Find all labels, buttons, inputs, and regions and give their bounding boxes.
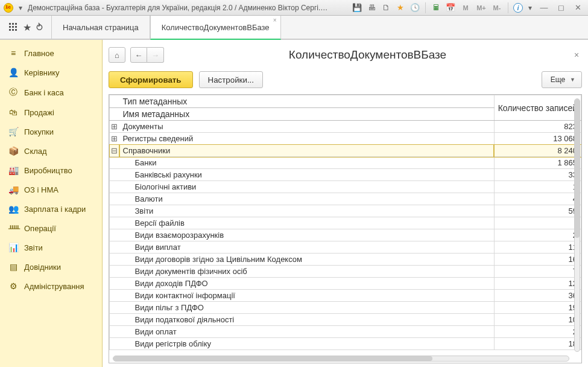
data-row[interactable]: Види регістрів обліку18 [110, 338, 581, 350]
row-name: Види контактної інформації [119, 290, 495, 302]
sidebar-item-stock[interactable]: 📦Склад [0, 141, 102, 161]
row-qty: 36 [494, 290, 581, 302]
minimize-button[interactable]: — [537, 2, 551, 13]
expand-toggle[interactable]: ⊞ [110, 133, 119, 145]
factory-icon: 🏭 [8, 165, 18, 175]
preview-icon[interactable]: 🗋 [381, 2, 391, 13]
sidebar-item-production[interactable]: 🏭Виробництво [0, 161, 102, 180]
sidebar-item-hr[interactable]: 👥Зарплата і кадри [0, 199, 102, 219]
memory-mminus-button[interactable]: M- [491, 2, 503, 13]
sidebar-item-label: Адміністрування [24, 282, 84, 291]
sidebar-item-admin[interactable]: ⚙Адміністрування [0, 276, 102, 296]
row-name: Валюти [119, 193, 495, 205]
row-name: Види пільг з ПДФО [119, 302, 495, 314]
scrollbar-thumb[interactable] [575, 99, 580, 238]
row-name: Види документів фізичних осіб [119, 266, 495, 278]
sidebar-item-operations[interactable]: ᚊОперації [0, 219, 102, 238]
person-icon: 👤 [8, 68, 18, 77]
tab-doc-count[interactable]: КоличествоДокументовВБазе × [150, 16, 281, 40]
info-dropdown[interactable]: ▾ [526, 4, 534, 11]
data-row[interactable]: Види оплат2 [110, 326, 581, 338]
memory-m-button[interactable]: M [460, 2, 472, 13]
tab-close-icon[interactable]: × [273, 17, 277, 24]
sidebar-item-reports[interactable]: 📊Звіти [0, 238, 102, 257]
data-row[interactable]: Види взаєморозрахунків2 [110, 229, 581, 241]
sidebar-item-label: ОЗ і НМА [24, 185, 58, 194]
data-row[interactable]: Види пільг з ПДФО19 [110, 302, 581, 314]
group-row[interactable]: ⊞Регистры сведений13 068 [110, 133, 581, 145]
home-button[interactable]: ⌂ [109, 47, 125, 63]
data-row[interactable]: Біологічні активи1 [110, 181, 581, 193]
scrollbar-thumb[interactable] [113, 356, 432, 361]
truck-icon: 🚚 [8, 185, 18, 194]
data-row[interactable]: Банківські рахунки33 [110, 169, 581, 181]
horizontal-scrollbar[interactable] [113, 356, 569, 362]
history-icon[interactable]: 🕓 [409, 2, 420, 13]
favorite-icon[interactable]: ★ [395, 2, 406, 13]
forward-button[interactable]: → [147, 47, 164, 63]
group-name: Документы [119, 121, 495, 133]
data-row[interactable]: Види виплат11 [110, 241, 581, 254]
expand-spacer [110, 181, 119, 193]
group-row[interactable]: ⊟Справочники8 240 [110, 145, 581, 157]
result-grid[interactable]: Тип метаданных Количество записей Имя ме… [109, 95, 581, 350]
sidebar-item-manager[interactable]: 👤Керівнику [0, 63, 102, 82]
sidebar-item-main[interactable]: ≡Главное [0, 43, 102, 63]
data-row[interactable]: Види документів фізичних осіб7 [110, 266, 581, 278]
data-row[interactable]: Види доходів ПДФО12 [110, 278, 581, 290]
expand-spacer [110, 241, 119, 254]
sidebar-item-purchases[interactable]: 🛒Покупки [0, 122, 102, 141]
expand-spacer [110, 205, 119, 217]
close-button[interactable]: ✕ [571, 2, 584, 13]
expand-toggle[interactable]: ⊞ [110, 121, 119, 133]
apps-grid-icon[interactable] [8, 22, 18, 32]
print-icon[interactable]: 🖶 [366, 2, 377, 13]
data-row[interactable]: Банки1 865 [110, 157, 581, 169]
maximize-button[interactable]: ◻ [554, 2, 567, 13]
separator [425, 2, 426, 13]
row-name: Види оплат [119, 326, 495, 338]
sidebar-item-bank[interactable]: ⒸБанк і каса [0, 82, 102, 103]
data-row[interactable]: Версії файлів [110, 217, 581, 229]
data-row[interactable]: Види податкової діяльності10 [110, 314, 581, 326]
calculator-icon[interactable]: 🖩 [431, 2, 441, 13]
vertical-scrollbar[interactable] [574, 98, 580, 352]
sidebar-item-catalogs[interactable]: ▤Довідники [0, 257, 102, 276]
bag-icon: 🛍 [8, 107, 18, 117]
expand-spacer [110, 266, 119, 278]
calendar-icon[interactable]: 📅 [445, 2, 456, 13]
expand-toggle[interactable]: ⊟ [110, 145, 119, 157]
sidebar-item-label: Керівнику [24, 68, 60, 77]
app-menu-dropdown[interactable]: ▾ [17, 4, 24, 11]
data-row[interactable]: Види контактної інформації36 [110, 290, 581, 302]
data-row[interactable]: Види договорів згідно за Цивільним Кодек… [110, 254, 581, 266]
title-bar: ▾ Демонстраційна база - Бухгалтерія для … [0, 0, 588, 16]
row-qty: 59 [494, 205, 581, 217]
memory-mplus-button[interactable]: M+ [475, 2, 487, 13]
data-row[interactable]: Валюти4 [110, 193, 581, 205]
sidebar-item-sales[interactable]: 🛍Продажі [0, 103, 102, 122]
settings-button[interactable]: Настройки... [199, 71, 263, 88]
tab-bar: ★ ⥁ Начальная страница КоличествоДокумен… [0, 16, 588, 40]
expand-column-header [110, 108, 119, 121]
expand-spacer [110, 169, 119, 181]
close-form-button[interactable]: × [571, 50, 582, 60]
info-icon[interactable]: i [513, 3, 523, 13]
data-row[interactable]: Звіти59 [110, 205, 581, 217]
main-area: ≡Главное 👤Керівнику ⒸБанк і каса 🛍Продаж… [0, 40, 588, 367]
chevron-down-icon: ▼ [570, 77, 575, 83]
run-button[interactable]: Сформировать [109, 71, 193, 88]
tab-start-page[interactable]: Начальная страница [51, 16, 150, 39]
more-button[interactable]: Еще ▼ [542, 71, 582, 88]
favorites-star-icon[interactable]: ★ [23, 22, 31, 33]
name-column-header: Имя метаданных [119, 108, 495, 121]
page-title: КоличествоДокументовВБазе [169, 48, 566, 62]
pinned-icon[interactable]: ⥁ [36, 22, 43, 33]
back-button[interactable]: ← [130, 47, 147, 63]
gear-icon: ⚙ [8, 281, 18, 291]
form-area: ⌂ ← → КоличествоДокументовВБазе × Сформи… [103, 40, 588, 367]
save-icon[interactable]: 💾 [352, 2, 362, 13]
expand-spacer [110, 254, 119, 266]
group-row[interactable]: ⊞Документы823 [110, 121, 581, 133]
sidebar-item-assets[interactable]: 🚚ОЗ і НМА [0, 180, 102, 199]
